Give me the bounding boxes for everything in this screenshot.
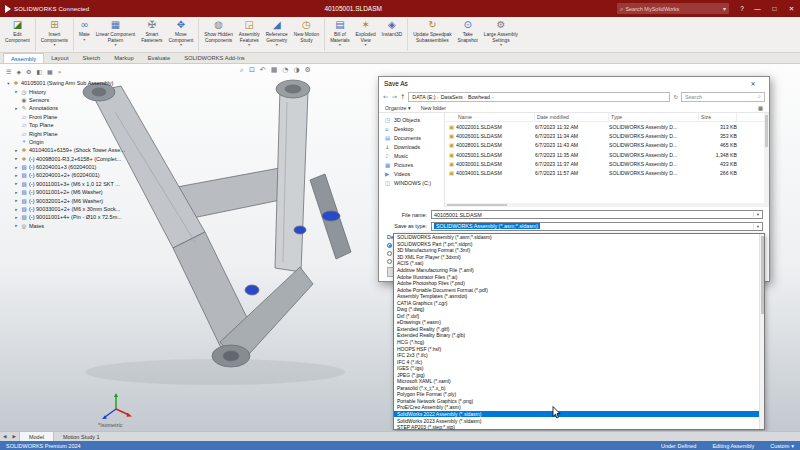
command-tab[interactable]: Markup — [107, 53, 140, 63]
command-tab[interactable]: SOLIDWORKS Add-Ins — [177, 53, 252, 63]
view-tool-icon[interactable]: ⌕ — [240, 66, 244, 74]
ribbon-button[interactable]: ⊞ Insert Components ▾ — [38, 18, 74, 51]
view-tool-icon[interactable]: ▦ — [271, 66, 278, 74]
view-mode-icon[interactable]: ▦ — [758, 105, 763, 111]
expand-arrow-icon[interactable]: ▸ — [14, 106, 19, 111]
tree-item[interactable]: ▱ Right Plane — [4, 129, 196, 137]
panel-tab-icon[interactable]: ⚙ — [26, 68, 31, 75]
graphics-area[interactable]: ⌕ ⊡ ↶ ▦ ◔ ◑ ⚙ ☰ ◈ ⚙ ◧ ▦ — [0, 64, 800, 431]
expand-arrow-icon[interactable]: ▸ — [14, 156, 19, 161]
doc-tab[interactable]: Motion Study 1 — [54, 432, 109, 441]
expand-arrow-icon[interactable]: ▸ — [14, 215, 19, 220]
dialog-title-bar[interactable]: Save As ✕ — [379, 77, 769, 90]
chevron-down-icon[interactable]: ▾ — [365, 43, 367, 47]
organize-button[interactable]: Organize ▾ — [385, 105, 411, 111]
tree-item[interactable]: ▱ Front Plane — [4, 113, 196, 121]
chevron-down-icon[interactable]: ▾ — [248, 43, 250, 47]
expand-arrow-icon[interactable]: ▸ — [14, 173, 19, 178]
ribbon-button[interactable]: ◷ New Motion Study — [291, 18, 325, 51]
chevron-down-icon[interactable]: ▾ — [500, 43, 502, 47]
expand-arrow-icon[interactable]: ▸ — [14, 207, 19, 212]
chevron-down-icon[interactable]: ▾ — [753, 224, 762, 229]
tree-item[interactable]: ▱ Top Plane — [4, 121, 196, 129]
view-tool-icon[interactable]: ↶ — [260, 66, 266, 74]
ribbon-button[interactable]: ↻ Update Speedpak Subassemblies — [410, 18, 454, 51]
command-tab[interactable]: Sketch — [76, 53, 108, 63]
ribbon-button[interactable]: ◪ Edit Component — [2, 18, 36, 51]
tree-item[interactable]: ▸ ❖ (-) 40098001-R3,2+6158+ (Complet... — [4, 155, 196, 163]
save-as-type-combo[interactable]: SOLIDWORKS Assembly (*.asm;*.sldasm) ▾ — [431, 222, 763, 231]
breadcrumb-crumb[interactable]: DataSets › — [441, 94, 466, 100]
file-list-hscrollbar[interactable] — [445, 203, 764, 207]
scrollbar-thumb[interactable] — [447, 204, 507, 206]
file-row[interactable]: ▣ 40034001.SLDASM 6/7/2023 11:57 AM SOLI… — [445, 168, 769, 177]
tree-item[interactable]: ▸ ▧ (-) 60204001+2+ (60204001) — [4, 171, 196, 179]
expand-arrow-icon[interactable]: ▸ — [14, 165, 19, 170]
sidebar-place-item[interactable]: ▤ Documents — [379, 133, 444, 142]
sidebar-place-item[interactable]: ↓ Downloads — [379, 142, 444, 151]
close-button[interactable]: ✕ — [783, 0, 800, 17]
ribbon-button[interactable]: ✶ Exploded View ▾ — [353, 18, 379, 51]
view-tool-icon[interactable]: ⚙ — [305, 66, 311, 74]
sidebar-place-item[interactable]: ◳ 3D Objects — [379, 115, 444, 124]
tab-scroll-left-icon[interactable]: ◀ — [0, 432, 9, 441]
tree-item[interactable]: ◉ Sensors — [4, 96, 196, 104]
dropdown-scrollbar[interactable] — [759, 234, 764, 429]
panel-tab-icon[interactable]: ☰ — [6, 68, 11, 75]
sidebar-place-item[interactable]: ▦ Pictures — [379, 160, 444, 169]
unit-system-selector[interactable]: Custom ▾ — [770, 443, 794, 449]
command-tab[interactable]: Assembly — [3, 53, 44, 63]
ribbon-button[interactable]: ◲ Assembly Features ▾ — [236, 18, 263, 51]
ribbon-button[interactable]: ◢ Reference Geometry ▾ — [263, 18, 291, 51]
scrollbar-thumb[interactable] — [765, 115, 768, 147]
expand-arrow-icon[interactable]: ▸ — [14, 190, 19, 195]
chevron-down-icon[interactable]: ▾ — [114, 43, 116, 47]
file-row[interactable]: ▣ 40025001.SLDASM 6/7/2023 11:35 AM SOLI… — [445, 150, 769, 159]
dialog-search-input[interactable]: Search ⌕ — [681, 92, 765, 102]
ribbon-button[interactable]: ✠ Smart Fasteners — [138, 18, 165, 51]
column-name[interactable]: Name — [449, 113, 535, 121]
ribbon-button[interactable]: ⊙ Take Snapshot — [455, 18, 481, 51]
breadcrumb[interactable]: DATA (E:) › DataSets › Bowhead › — [408, 92, 670, 102]
chevron-down-icon[interactable]: ▾ — [339, 43, 341, 47]
chevron-down-icon[interactable]: ▾ — [83, 38, 85, 42]
view-tool-icon[interactable]: ⊡ — [249, 66, 255, 74]
tree-item[interactable]: ▸ ◷ History — [4, 87, 196, 95]
chevron-down-icon[interactable]: ▾ — [753, 212, 762, 217]
dialog-close-icon[interactable]: ✕ — [742, 80, 764, 87]
refresh-icon[interactable]: ↻ — [673, 94, 678, 100]
sidebar-place-item[interactable]: ◫ WINDOWS (C:) — [379, 178, 444, 187]
chevron-down-icon[interactable]: ▾ — [723, 5, 726, 12]
file-name-input[interactable]: 40105001.SLDASM ▾ — [431, 210, 763, 219]
back-icon[interactable]: ← — [383, 93, 388, 101]
up-icon[interactable]: ↑ — [400, 93, 405, 101]
panel-tab-icon[interactable]: ◈ — [16, 68, 21, 75]
expand-arrow-icon[interactable]: ▸ — [14, 198, 19, 203]
column-type[interactable]: Type — [609, 113, 699, 121]
tree-item[interactable]: ▸ ▧ (-) 90032001+2+ (M6 Washer) — [4, 196, 196, 204]
tree-item[interactable]: ⌖ Origin — [4, 138, 196, 146]
column-date-modified[interactable]: Date modified — [535, 113, 609, 121]
tree-item[interactable]: ▸ ▧ (-) 90011001+3+ (M6 x 1,0 12 SKT ... — [4, 180, 196, 188]
ribbon-button[interactable]: ▦ Linear Component Pattern ▾ — [93, 18, 138, 51]
minimize-button[interactable]: — — [749, 0, 766, 17]
sidebar-place-item[interactable]: ▶ Videos — [379, 169, 444, 178]
file-row[interactable]: ▣ 40026001.SLDASM 6/7/2023 11:34 AM SOLI… — [445, 131, 769, 140]
tree-item[interactable]: ▸ ▧ (-) 60204001+3 (60204001) — [4, 163, 196, 171]
view-tool-icon[interactable]: ◑ — [293, 66, 299, 74]
tree-item[interactable]: ▸ ▧ (-) 90033001+2+ (M6 x 30mm Sock... — [4, 205, 196, 213]
expand-arrow-icon[interactable]: ▸ — [14, 148, 19, 153]
panel-tab-icon[interactable]: ▦ — [47, 68, 53, 75]
scrollbar-thumb[interactable] — [761, 236, 764, 314]
column-size[interactable]: Size — [699, 113, 737, 121]
panel-tab-icon[interactable]: ◧ — [36, 68, 42, 75]
maximize-button[interactable]: □ — [766, 0, 783, 17]
command-tab[interactable]: Evaluate — [141, 53, 178, 63]
breadcrumb-crumb[interactable]: DATA (E:) › — [412, 94, 438, 100]
help-button[interactable]: ? — [735, 5, 749, 12]
command-tab[interactable]: Layout — [44, 53, 75, 63]
file-row[interactable]: ▣ 40028001.SLDASM 6/7/2023 11:43 AM SOLI… — [445, 141, 769, 150]
sidebar-place-item[interactable]: ♪ Music — [379, 151, 444, 160]
tree-item[interactable]: ▸ ✎ Annotations — [4, 104, 196, 112]
doc-tab[interactable]: Model — [19, 432, 54, 441]
